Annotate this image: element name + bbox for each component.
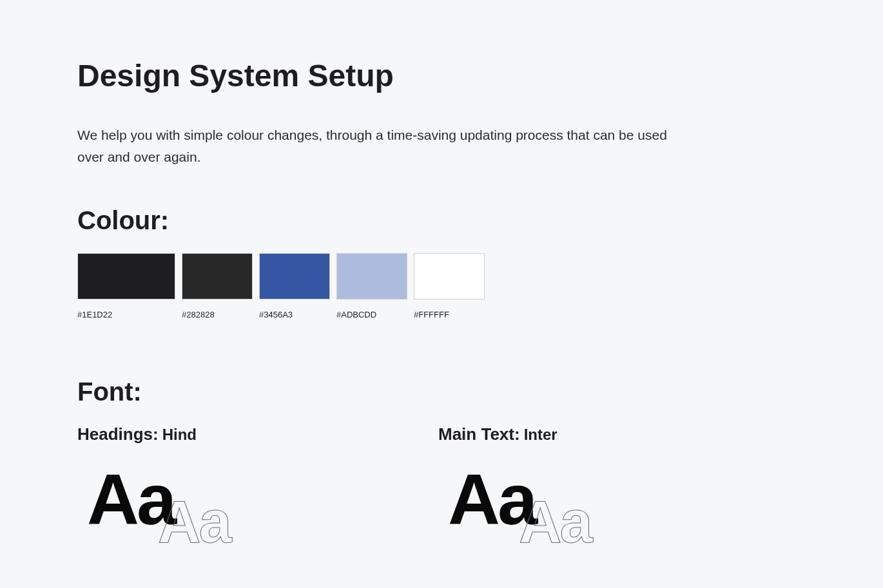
colour-heading: Colour:	[77, 206, 806, 235]
headings-label: Headings:	[77, 424, 159, 444]
font-sample-headings: Aa Aa	[77, 464, 438, 560]
swatch-label: #FFFFFF	[414, 310, 485, 319]
swatch-item: #ADBCDD	[336, 253, 407, 319]
swatch-item: #282828	[182, 253, 253, 319]
colour-swatch	[182, 253, 253, 299]
font-columns: Headings: Hind Aa Aa Main Text: Inter Aa…	[77, 424, 806, 560]
sample-outline: Aa	[158, 492, 230, 551]
colour-swatch	[77, 253, 175, 299]
font-heading: Font:	[77, 377, 806, 406]
font-sample-maintext: Aa Aa	[438, 464, 799, 560]
page-title: Design System Setup	[77, 58, 806, 93]
swatch-item: #3456A3	[259, 253, 330, 319]
maintext-font-name: Inter	[524, 426, 558, 444]
colour-swatches: #1E1D22 #282828 #3456A3 #ADBCDD #FFFFFF	[77, 253, 806, 319]
swatch-item: #FFFFFF	[414, 253, 485, 319]
colour-swatch	[414, 253, 485, 299]
maintext-label: Main Text:	[438, 424, 520, 444]
colour-swatch	[259, 253, 330, 299]
swatch-label: #3456A3	[259, 310, 330, 319]
swatch-label: #282828	[182, 310, 253, 319]
swatch-label: #1E1D22	[77, 310, 175, 319]
font-col-maintext: Main Text: Inter Aa Aa	[438, 424, 799, 560]
font-col-headings: Headings: Hind Aa Aa	[77, 424, 438, 560]
sample-outline: Aa	[519, 492, 591, 551]
colour-swatch	[336, 253, 407, 299]
swatch-item: #1E1D22	[77, 253, 175, 319]
swatch-label: #ADBCDD	[336, 310, 407, 319]
intro-text: We help you with simple colour changes, …	[77, 124, 696, 167]
headings-font-name: Hind	[162, 426, 197, 444]
